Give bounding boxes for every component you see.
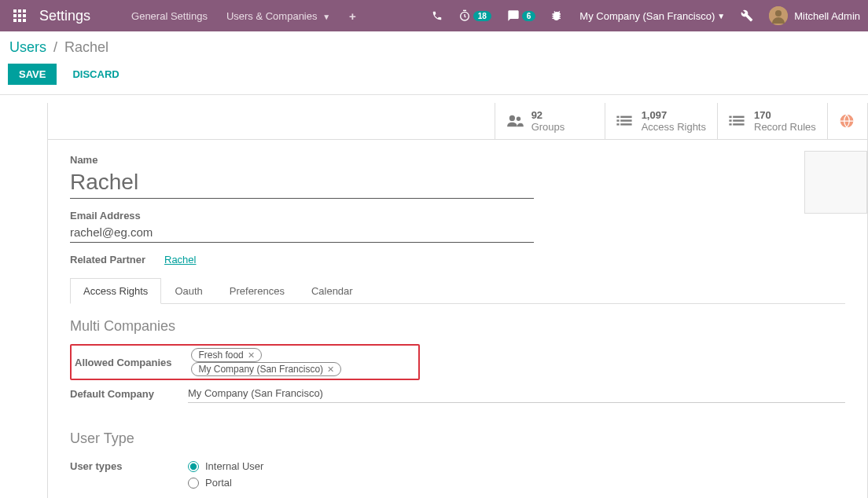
apps-icon[interactable]: [8, 9, 31, 22]
user-name: Mitchell Admin: [794, 10, 860, 22]
user-types-label: User types: [70, 460, 188, 472]
users-icon: [506, 114, 524, 128]
list-icon: [729, 115, 746, 127]
chevron-down-icon: ▼: [717, 12, 725, 20]
svg-rect-22: [729, 119, 731, 121]
svg-rect-1: [18, 9, 21, 13]
close-icon[interactable]: ✕: [327, 364, 334, 375]
svg-rect-7: [18, 19, 21, 22]
tab-calendar[interactable]: Calendar: [298, 278, 366, 304]
breadcrumb-root[interactable]: Users: [9, 39, 46, 55]
default-company-label: Default Company: [70, 388, 188, 400]
tab-preferences[interactable]: Preferences: [216, 278, 298, 304]
radio-internal-user[interactable]: Internal User: [188, 460, 263, 472]
stat-access-label: Access Rights: [642, 121, 706, 133]
menu-general-settings[interactable]: General Settings: [122, 10, 217, 22]
svg-rect-6: [13, 19, 17, 22]
save-button[interactable]: SAVE: [8, 64, 57, 85]
svg-rect-15: [620, 116, 631, 118]
tag-label: Fresh food: [198, 350, 243, 361]
breadcrumb-current: Rachel: [64, 39, 108, 55]
stat-globe[interactable]: [827, 103, 867, 139]
svg-rect-19: [620, 123, 631, 125]
radio-input[interactable]: [188, 461, 199, 472]
svg-rect-8: [23, 19, 26, 22]
svg-rect-16: [616, 119, 619, 121]
form-content: 92 Groups 1,097 Access Rights 170: [47, 103, 868, 498]
svg-point-12: [509, 115, 514, 121]
svg-point-11: [775, 10, 782, 16]
email-label: Email Address: [70, 210, 845, 222]
breadcrumb-sep: /: [53, 39, 57, 55]
breadcrumb: Users / Rachel: [8, 39, 860, 56]
svg-rect-2: [23, 9, 26, 13]
globe-icon: [839, 113, 856, 129]
stat-rules-number: 170: [754, 109, 816, 121]
tag-fresh-food[interactable]: Fresh food ✕: [191, 348, 261, 362]
chat-icon[interactable]: 6: [499, 9, 544, 22]
tab-access-rights[interactable]: Access Rights: [70, 278, 161, 304]
svg-rect-25: [733, 123, 744, 125]
phone-icon[interactable]: [424, 10, 451, 21]
svg-rect-23: [733, 119, 744, 121]
company-name: My Company (San Francisco): [579, 10, 715, 22]
partner-link[interactable]: Rachel: [164, 254, 196, 265]
email-input[interactable]: [70, 224, 534, 243]
radio-label: Portal: [205, 477, 232, 489]
timer-badge: 18: [473, 11, 491, 21]
add-icon[interactable]: +: [340, 9, 366, 23]
app-title: Settings: [39, 8, 90, 24]
close-icon[interactable]: ✕: [248, 350, 255, 361]
user-menu[interactable]: Mitchell Admin: [761, 6, 860, 25]
list-icon: [616, 115, 634, 127]
stat-rules-label: Record Rules: [754, 121, 816, 133]
tag-my-company[interactable]: My Company (San Francisco) ✕: [191, 362, 341, 376]
allowed-companies-label: Allowed Companies: [75, 357, 191, 368]
menu-users-companies-label: Users & Companies: [226, 10, 318, 22]
stat-record-rules[interactable]: 170 Record Rules: [717, 103, 827, 139]
allowed-companies-tags[interactable]: Fresh food ✕ My Company (San Francisco) …: [191, 348, 415, 376]
wrench-icon[interactable]: [733, 9, 761, 22]
user-types-row: User types Internal User Portal: [70, 456, 845, 497]
radio-input[interactable]: [188, 478, 199, 489]
discard-button[interactable]: DISCARD: [64, 64, 127, 85]
default-company-value[interactable]: My Company (San Francisco): [188, 384, 845, 403]
svg-rect-17: [620, 119, 631, 121]
svg-rect-5: [23, 14, 26, 17]
svg-rect-0: [13, 9, 17, 13]
stat-groups[interactable]: 92 Groups: [495, 103, 605, 139]
chat-badge: 6: [522, 11, 536, 21]
stat-button-box: 92 Groups 1,097 Access Rights 170: [48, 103, 867, 140]
debug-icon[interactable]: [543, 9, 572, 22]
timer-icon[interactable]: 18: [451, 9, 499, 22]
tag-label: My Company (San Francisco): [198, 364, 323, 375]
stat-groups-number: 92: [531, 109, 565, 121]
svg-rect-21: [733, 116, 744, 118]
svg-point-13: [516, 117, 520, 121]
top-navbar: Settings General Settings Users & Compan…: [0, 0, 868, 31]
menu-users-companies[interactable]: Users & Companies ▼: [217, 10, 340, 22]
tab-bar: Access Rights Oauth Preferences Calendar: [70, 278, 845, 304]
svg-rect-14: [616, 116, 619, 118]
radio-portal[interactable]: Portal: [188, 477, 263, 489]
name-label: Name: [70, 154, 845, 166]
avatar: [769, 6, 788, 25]
image-placeholder[interactable]: [804, 151, 867, 214]
stat-access-number: 1,097: [642, 109, 706, 121]
svg-rect-20: [729, 116, 731, 118]
default-company-row: Default Company My Company (San Francisc…: [70, 380, 845, 407]
allowed-companies-row: Allowed Companies Fresh food ✕ My Compan…: [70, 344, 420, 380]
tab-content: Multi Companies Allowed Companies Fresh …: [70, 304, 845, 498]
stat-access-rights[interactable]: 1,097 Access Rights: [605, 103, 717, 139]
multi-companies-title: Multi Companies: [70, 318, 845, 335]
svg-rect-18: [616, 123, 619, 125]
control-panel: Users / Rachel SAVE DISCARD: [0, 31, 868, 95]
company-selector[interactable]: My Company (San Francisco) ▼: [572, 10, 733, 22]
partner-label: Related Partner: [70, 254, 164, 265]
name-input[interactable]: [70, 168, 534, 199]
svg-rect-24: [729, 123, 731, 125]
tab-oauth[interactable]: Oauth: [161, 278, 215, 304]
form-sheet: 92 Groups 1,097 Access Rights 170: [47, 103, 868, 498]
chevron-down-icon: ▼: [322, 13, 330, 21]
stat-groups-label: Groups: [531, 121, 565, 133]
